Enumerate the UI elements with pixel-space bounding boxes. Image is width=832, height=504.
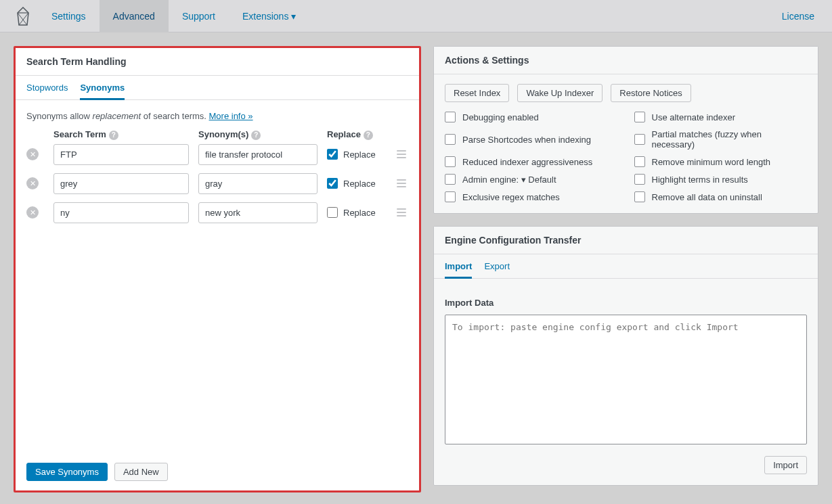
term-input[interactable] — [53, 202, 189, 223]
delete-row-icon[interactable] — [26, 206, 39, 219]
check-exclusive-regex[interactable]: Exclusive regex matches — [445, 191, 618, 202]
nav-advanced[interactable]: Advanced — [100, 0, 169, 32]
tab-stopwords[interactable]: Stopwords — [26, 76, 68, 99]
top-nav: Settings Advanced Support Extensions ▾ L… — [0, 0, 832, 32]
replace-checkbox[interactable] — [327, 207, 338, 218]
nav-support[interactable]: Support — [169, 0, 229, 32]
help-icon[interactable] — [109, 131, 118, 140]
synonyms-description: Synonyms allow replacement of search ter… — [26, 111, 408, 121]
replace-label: Replace — [343, 208, 376, 218]
transfer-tabs: Import Export — [434, 254, 818, 279]
replace-checkbox[interactable] — [327, 149, 338, 160]
actions-panel: Actions & Settings Reset Index Wake Up I… — [433, 46, 818, 214]
save-synonyms-button[interactable]: Save Synonyms — [26, 463, 108, 481]
help-icon[interactable] — [251, 131, 261, 140]
search-term-panel: Search Term Handling Stopwords Synonyms … — [14, 46, 421, 492]
synonym-input[interactable] — [198, 202, 318, 223]
check-partial-matches[interactable]: Partial matches (fuzzy when necessary) — [634, 129, 808, 150]
lantern-icon — [16, 7, 30, 26]
check-remove-uninstall[interactable]: Remove all data on uninstall — [634, 191, 808, 202]
wake-up-indexer-button[interactable]: Wake Up Indexer — [517, 84, 603, 102]
check-parse-shortcodes[interactable]: Parse Shortcodes when indexing — [445, 129, 618, 150]
replace-label: Replace — [343, 150, 376, 160]
check-highlight-terms[interactable]: Highlight terms in results — [634, 174, 808, 185]
check-debugging[interactable]: Debugging enabled — [445, 112, 618, 122]
header-synonyms: Synonym(s) — [198, 129, 318, 140]
header-replace: Replace — [327, 129, 385, 140]
replace-toggle[interactable]: Replace — [327, 207, 385, 218]
nav-settings[interactable]: Settings — [38, 0, 100, 32]
replace-toggle[interactable]: Replace — [327, 178, 385, 189]
synonym-input[interactable] — [198, 144, 318, 165]
synonym-input[interactable] — [198, 173, 318, 194]
transfer-panel: Engine Configuration Transfer Import Exp… — [433, 226, 818, 486]
delete-row-icon[interactable] — [26, 148, 39, 160]
more-info-link[interactable]: More info » — [209, 111, 253, 121]
term-input[interactable] — [53, 173, 189, 194]
tab-export[interactable]: Export — [484, 254, 510, 278]
synonym-row: Replace — [26, 144, 408, 165]
panel-title: Engine Configuration Transfer — [434, 227, 818, 254]
check-alternate-indexer[interactable]: Use alternate indexer — [634, 112, 808, 122]
delete-row-icon[interactable] — [26, 177, 39, 189]
panel-title: Actions & Settings — [434, 47, 818, 74]
header-search-term: Search Term — [53, 129, 189, 140]
term-tabs: Stopwords Synonyms — [16, 76, 419, 100]
add-new-button[interactable]: Add New — [114, 463, 168, 481]
check-reduced-aggressiveness[interactable]: Reduced indexer aggressiveness — [445, 156, 618, 167]
synonym-row: Replace — [26, 202, 408, 223]
synonym-row: Replace — [26, 173, 408, 194]
check-admin-engine[interactable]: Admin engine: ▾ Default — [445, 174, 618, 185]
check-remove-min-length[interactable]: Remove minimum word length — [634, 156, 808, 167]
import-textarea[interactable] — [445, 315, 807, 444]
drag-handle-icon[interactable] — [395, 179, 408, 187]
nav-extensions[interactable]: Extensions ▾ — [229, 0, 309, 32]
term-input[interactable] — [53, 144, 189, 165]
nav-license[interactable]: License — [768, 0, 832, 32]
restore-notices-button[interactable]: Restore Notices — [611, 84, 691, 102]
drag-handle-icon[interactable] — [395, 150, 408, 158]
tab-import[interactable]: Import — [445, 254, 472, 279]
drag-handle-icon[interactable] — [395, 208, 408, 216]
replace-checkbox[interactable] — [327, 178, 338, 189]
replace-label: Replace — [343, 179, 376, 189]
app-logo — [15, 8, 31, 24]
import-data-label: Import Data — [445, 298, 807, 308]
import-button[interactable]: Import — [764, 456, 807, 474]
replace-toggle[interactable]: Replace — [327, 149, 385, 160]
tab-synonyms[interactable]: Synonyms — [80, 76, 125, 100]
panel-title: Search Term Handling — [16, 48, 419, 76]
help-icon[interactable] — [364, 131, 373, 140]
reset-index-button[interactable]: Reset Index — [445, 84, 509, 102]
